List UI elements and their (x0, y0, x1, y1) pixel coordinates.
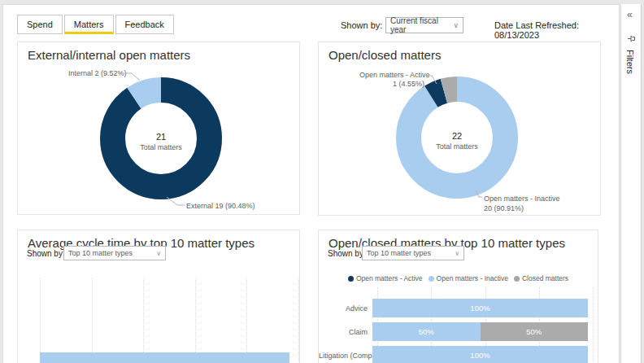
report-canvas: Spend Matters Feedback Shown by: Current… (2, 4, 620, 363)
callout-active-line2: 1 (4.55%) (359, 80, 424, 88)
filters-pane-title[interactable]: Filters (625, 50, 635, 74)
card-open-closed-by-matter-type: Open/closed matters by top 10 matter typ… (318, 230, 598, 363)
fiscal-year-value: Current fiscal year (390, 16, 453, 34)
shown-by-label: Shown by: (27, 249, 65, 258)
chevron-down-icon: ∨ (455, 250, 459, 257)
total-matters-value: 21 (124, 132, 198, 142)
tab-feedback[interactable]: Feedback (115, 15, 174, 34)
chevron-down-icon: ∨ (156, 250, 161, 257)
fiscal-year-dropdown[interactable]: Current fiscal year ∨ (385, 17, 463, 33)
tab-spend[interactable]: Spend (17, 15, 63, 34)
gridline (298, 278, 299, 363)
gridline (195, 278, 196, 363)
card-external-internal-open-matters: External/internal open matters 21 Total … (17, 42, 300, 215)
total-matters-label: Total matters (124, 143, 198, 151)
callout-internal: Internal 2 (9.52%) (68, 69, 127, 77)
bar-track: 100% (372, 299, 588, 317)
legend-dot-icon (429, 276, 434, 282)
callout-inactive-line1: Open matters - Inactive (484, 195, 560, 203)
legend-item[interactable]: Closed matters (514, 274, 568, 282)
category-label: Advice (319, 304, 372, 313)
category-label: Litigation (Complex) (319, 352, 372, 360)
chevron-down-icon: ∨ (453, 21, 459, 29)
bar-track: 50%50% (372, 322, 588, 341)
gridline (92, 278, 93, 363)
card-title: External/internal open matters (28, 48, 190, 62)
card-open-closed-matters: Open/closed matters 22 Total matters Ope… (318, 42, 601, 216)
stacked-bar-rows: Advice100%Claim50%50%Litigation (Complex… (319, 299, 598, 363)
legend-item[interactable]: Open matters - Inactive (429, 274, 508, 282)
legend-label: Open matters - Inactive (437, 274, 508, 282)
matter-types-dropdown[interactable]: Top 10 matter types ∨ (362, 246, 464, 260)
matter-types-dropdown[interactable]: Top 10 matter types ∨ (63, 246, 166, 260)
donut-center-label: 22 Total matters (420, 131, 494, 151)
bar-segment-open-matters-inactive[interactable]: 100% (372, 299, 588, 317)
total-matters-label: Total matters (420, 142, 494, 151)
callout-active-line1: Open matters - Active (359, 71, 424, 79)
chart-legend: Open matters - ActiveOpen matters - Inac… (319, 274, 598, 282)
total-matters-value: 22 (420, 131, 494, 141)
legend-dot-icon (514, 276, 520, 282)
legend-item[interactable]: Open matters - Active (348, 274, 423, 282)
shown-by-label: Shown by: (341, 20, 382, 30)
matter-types-value: Top 10 matter types (367, 249, 431, 257)
category-label: Claim (319, 328, 372, 336)
card-average-cycle-time: Average cycle time by top 10 matter type… (17, 230, 300, 363)
stacked-bar-row: Advice100% (319, 299, 598, 317)
legend-label: Closed matters (522, 274, 568, 282)
tab-matters[interactable]: Matters (64, 15, 114, 34)
callout-inactive-line2: 20 (90.91%) (484, 204, 524, 212)
bar-track: 100% (372, 346, 588, 363)
card-title: Open/closed matters (329, 48, 441, 62)
expand-pane-icon[interactable]: « (627, 9, 633, 20)
date-last-refreshed: Date Last Refreshed: 08/13/2023 (494, 20, 619, 40)
page-tabs: Spend Matters Feedback (17, 15, 174, 34)
pin-icon[interactable] (627, 32, 636, 46)
matter-types-value: Top 10 matter types (68, 249, 133, 257)
legend-dot-icon (348, 276, 354, 282)
filters-pane[interactable]: « Filters (620, 4, 642, 363)
shown-by-label: Shown by: (328, 249, 366, 258)
donut-center-label: 21 Total matters (124, 132, 198, 151)
callout-external: External 19 (90.48%) (186, 202, 255, 210)
bar-segment-open-matters-inactive[interactable]: 50% (372, 322, 481, 341)
stacked-bar-row: Litigation (Complex)100% (319, 346, 598, 363)
legend-label: Open matters - Active (356, 274, 423, 282)
cycle-time-bar[interactable] (40, 352, 289, 363)
gridline (246, 278, 247, 363)
bar-segment-open-matters-inactive[interactable]: 100% (372, 346, 588, 363)
gridline (143, 278, 144, 363)
gridline (40, 278, 41, 363)
stacked-bar-row: Claim50%50% (319, 322, 598, 341)
bar-segment-closed-matters[interactable]: 50% (481, 322, 589, 341)
